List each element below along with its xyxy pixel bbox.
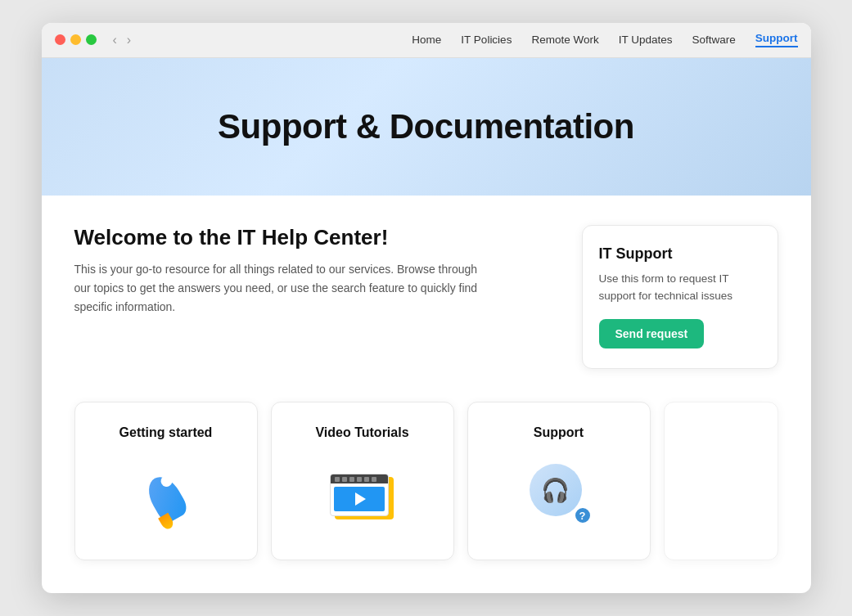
support-card-title: Support <box>485 425 633 440</box>
getting-started-icon-area <box>92 460 241 533</box>
support-icon-area: 🎧 ? <box>485 460 633 533</box>
traffic-light-yellow[interactable] <box>70 34 81 45</box>
film-screen <box>334 487 385 511</box>
film-hole <box>335 477 340 482</box>
play-triangle-icon <box>355 492 366 506</box>
film-hole <box>349 477 354 482</box>
sidebar-card-title: IT Support <box>599 245 761 263</box>
traffic-light-red[interactable] <box>55 34 65 45</box>
back-button[interactable]: ‹ <box>110 31 120 49</box>
getting-started-card[interactable]: Getting started <box>74 402 258 560</box>
film-strip-top <box>331 474 388 483</box>
welcome-description: This is your go-to resource for all thin… <box>74 260 484 317</box>
film-hole <box>372 477 376 482</box>
headset-glyph: 🎧 <box>541 477 570 504</box>
main-navigation: Home IT Policies Remote Work IT Updates … <box>412 32 797 47</box>
browser-window: ‹ › Home IT Policies Remote Work IT Upda… <box>42 23 811 594</box>
nav-arrows: ‹ › <box>110 31 135 49</box>
forward-button[interactable]: › <box>124 31 134 49</box>
video-tutorials-icon-area <box>288 460 437 533</box>
film-hole <box>364 477 369 482</box>
nav-item-it-updates[interactable]: IT Updates <box>619 34 673 46</box>
film-hole <box>357 477 362 482</box>
rocket-icon <box>137 464 196 529</box>
hero-title: Support & Documentation <box>81 107 772 146</box>
nav-item-software[interactable]: Software <box>692 34 735 46</box>
headset-circle: 🎧 <box>530 464 582 516</box>
traffic-lights <box>55 34 97 45</box>
it-support-card: IT Support Use this form to request IT s… <box>582 225 778 370</box>
support-icon: 🎧 ? <box>526 464 592 529</box>
video-tutorials-card[interactable]: Video Tutorials <box>271 402 454 560</box>
question-badge: ? <box>574 506 592 524</box>
hero-banner: Support & Documentation <box>42 58 811 196</box>
film-hole <box>342 477 347 482</box>
support-card[interactable]: Support 🎧 ? <box>467 402 651 560</box>
getting-started-title: Getting started <box>92 425 241 440</box>
content-left: Welcome to the IT Help Center! This is y… <box>74 225 559 370</box>
main-content: Welcome to the IT Help Center! This is y… <box>42 196 811 402</box>
browser-toolbar: ‹ › Home IT Policies Remote Work IT Upda… <box>42 23 811 58</box>
send-request-button[interactable]: Send request <box>599 319 705 348</box>
welcome-title: Welcome to the IT Help Center! <box>74 225 559 250</box>
nav-item-home[interactable]: Home <box>412 34 441 46</box>
fourth-card <box>664 402 778 560</box>
traffic-light-green[interactable] <box>86 34 97 45</box>
video-tutorials-title: Video Tutorials <box>288 425 437 440</box>
nav-item-it-policies[interactable]: IT Policies <box>461 34 512 46</box>
nav-item-support[interactable]: Support <box>755 32 798 47</box>
cards-row: Getting started Video Tutorials <box>42 402 811 593</box>
video-icon <box>330 469 395 524</box>
film-strip <box>330 474 389 516</box>
sidebar-card-text: Use this form to request IT support for … <box>599 271 761 305</box>
nav-item-remote-work[interactable]: Remote Work <box>531 34 598 46</box>
